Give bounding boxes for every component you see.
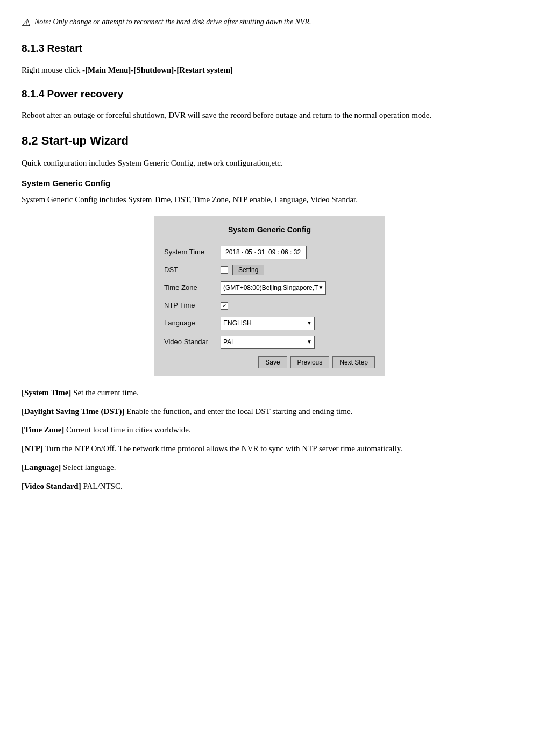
system-time-desc: Set the current time.: [71, 388, 138, 397]
timezone-desc: Current local time in cities worldwide.: [64, 425, 190, 434]
language-value: ENGLISH ▼: [221, 317, 375, 330]
config-screenshot: System Generic Config System Time 2018 ·…: [22, 216, 517, 376]
timezone-value: (GMT+08:00)Beijing,Singapore,T ▼: [221, 281, 375, 295]
video-standar-row: Video Standar PAL ▼: [164, 336, 375, 349]
ntp-label: NTP Time: [164, 300, 221, 311]
note-box: ⚠ Note: Only change or attempt to reconn…: [22, 16, 517, 30]
previous-button[interactable]: Previous: [290, 356, 330, 368]
video-standar-dropdown-value: PAL: [223, 337, 235, 347]
language-dropdown[interactable]: ENGLISH ▼: [221, 317, 315, 330]
system-generic-config-subheading: System Generic Config: [22, 177, 517, 190]
dst-bold: [Daylight Saving Time (DST)]: [22, 407, 125, 416]
desc-language: [Language] Select language.: [22, 461, 517, 474]
config-buttons: Save Previous Next Step: [164, 356, 375, 368]
language-dropdown-arrow: ▼: [307, 319, 312, 327]
section-814-heading: 8.1.4 Power recovery: [22, 86, 517, 102]
dst-desc: Enable the function, and enter the local…: [125, 407, 353, 416]
section-813-paragraph: Right mouse click -[Main Menu]-[Shutdown…: [22, 63, 517, 76]
timezone-row: Time Zone (GMT+08:00)Beijing,Singapore,T…: [164, 281, 375, 295]
ntp-row: NTP Time ✓: [164, 300, 375, 311]
video-standar-value: PAL ▼: [221, 336, 375, 349]
desc-video-standard: [Video Standard] PAL/NTSC.: [22, 480, 517, 493]
note-text: Note: Only change or attempt to reconnec…: [34, 16, 311, 28]
language-bold: [Language]: [22, 463, 61, 472]
system-time-bold: [System Time]: [22, 388, 71, 397]
config-dialog: System Generic Config System Time 2018 ·…: [154, 216, 385, 376]
timezone-dropdown-arrow: ▼: [318, 283, 323, 292]
video-standar-dropdown-arrow: ▼: [307, 338, 312, 346]
dst-label: DST: [164, 265, 221, 276]
timezone-dropdown[interactable]: (GMT+08:00)Beijing,Singapore,T ▼: [221, 281, 326, 295]
dst-value: Setting: [221, 265, 375, 275]
desc-ntp: [NTP] Turn the NTP On/Off. The network t…: [22, 442, 517, 455]
ntp-bold: [NTP]: [22, 444, 43, 453]
section-82-intro: Quick configuration includes System Gene…: [22, 156, 517, 169]
ntp-checkbox[interactable]: ✓: [221, 302, 228, 310]
video-standar-label: Video Standar: [164, 337, 221, 348]
video-standar-dropdown[interactable]: PAL ▼: [221, 336, 315, 349]
video-standard-desc: PAL/NTSC.: [81, 482, 123, 490]
section-814-paragraph: Reboot after an outage or forceful shutd…: [22, 109, 517, 122]
restart-system-label: [Restart system]: [176, 66, 233, 74]
language-dropdown-value: ENGLISH: [223, 318, 252, 329]
system-time-label: System Time: [164, 247, 221, 258]
save-button[interactable]: Save: [258, 356, 287, 368]
time-display[interactable]: 2018 · 05 · 31 09 : 06 : 32: [221, 246, 307, 259]
system-time-row: System Time 2018 · 05 · 31 09 : 06 : 32: [164, 246, 375, 259]
video-standard-bold: [Video Standard]: [22, 482, 81, 490]
language-row: Language ENGLISH ▼: [164, 317, 375, 330]
timezone-bold: [Time Zone]: [22, 425, 64, 434]
desc-system-time: [System Time] Set the current time.: [22, 386, 517, 400]
ntp-desc: Turn the NTP On/Off. The network time pr…: [43, 444, 402, 453]
config-dialog-title: System Generic Config: [164, 224, 375, 236]
system-time-value: 2018 · 05 · 31 09 : 06 : 32: [221, 246, 375, 259]
next-step-button[interactable]: Next Step: [332, 356, 375, 368]
dst-row: DST Setting: [164, 265, 375, 276]
timezone-label: Time Zone: [164, 282, 221, 294]
system-generic-config-desc: System Generic Config includes System Ti…: [22, 193, 517, 206]
desc-dst: [Daylight Saving Time (DST)] Enable the …: [22, 405, 517, 418]
section-813-heading: 8.1.3 Restart: [22, 40, 517, 56]
section-82-heading: 8.2 Start-up Wizard: [22, 131, 517, 150]
desc-timezone: [Time Zone] Current local time in cities…: [22, 423, 517, 437]
timezone-dropdown-value: (GMT+08:00)Beijing,Singapore,T: [223, 283, 318, 293]
language-desc: Select language.: [61, 463, 116, 472]
language-label: Language: [164, 318, 221, 329]
dst-setting-button[interactable]: Setting: [232, 265, 264, 275]
shutdown-label: [Shutdown]: [133, 66, 174, 74]
warning-icon: ⚠: [22, 16, 30, 30]
dst-checkbox[interactable]: [221, 266, 228, 274]
main-menu-label: [Main Menu]: [85, 66, 131, 74]
ntp-value: ✓: [221, 300, 375, 311]
